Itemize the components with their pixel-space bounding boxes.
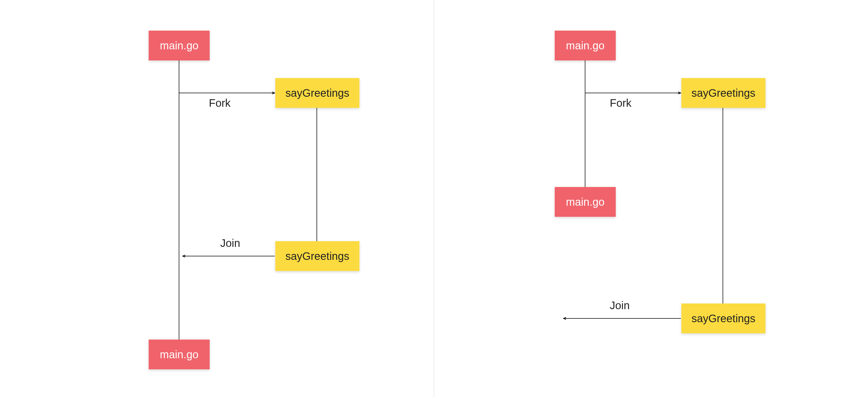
- right-fork-label: Fork: [610, 97, 631, 109]
- right-saygreetings-bottom-box: sayGreetings: [681, 303, 766, 333]
- left-fork-label: Fork: [209, 97, 230, 109]
- left-main-top-label: main.go: [160, 39, 198, 52]
- left-saygreetings-bottom-label: sayGreetings: [285, 250, 349, 262]
- left-saygreetings-top-box: sayGreetings: [275, 78, 360, 108]
- right-join-label: Join: [610, 299, 629, 311]
- left-saygreetings-bottom-box: sayGreetings: [275, 241, 360, 271]
- right-main-top-label: main.go: [566, 39, 604, 52]
- right-main-middle-label: main.go: [566, 196, 604, 208]
- right-saygreetings-bottom-label: sayGreetings: [691, 312, 755, 325]
- left-saygreetings-top-label: sayGreetings: [285, 87, 349, 99]
- vertical-divider: [434, 0, 434, 397]
- right-saygreetings-top-label: sayGreetings: [691, 87, 755, 99]
- right-saygreetings-top-box: sayGreetings: [681, 78, 766, 108]
- left-join-label: Join: [220, 237, 240, 249]
- right-main-top-box: main.go: [555, 31, 616, 60]
- left-main-bottom-label: main.go: [160, 349, 198, 361]
- right-main-middle-box: main.go: [555, 187, 616, 217]
- left-main-bottom-box: main.go: [149, 339, 210, 369]
- left-main-top-box: main.go: [149, 31, 210, 60]
